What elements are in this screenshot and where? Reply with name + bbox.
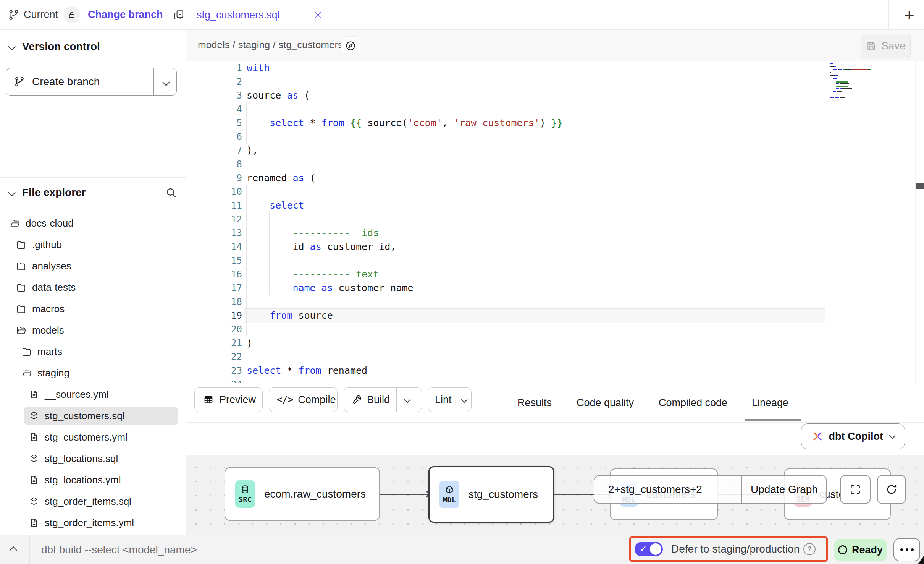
model-icon xyxy=(29,496,39,506)
tree-item-data-tests[interactable]: data-tests xyxy=(0,277,186,298)
refresh-icon xyxy=(885,483,898,496)
copy-icon[interactable] xyxy=(173,9,184,21)
search-icon[interactable] xyxy=(165,186,177,199)
compile-button[interactable]: </> Compile xyxy=(269,387,338,412)
preview-button[interactable]: Preview xyxy=(194,387,263,412)
code-line-23: 23select * from renamed xyxy=(186,364,924,378)
refresh-button[interactable] xyxy=(877,475,906,504)
code-line-8: 8 xyxy=(186,157,924,171)
lineage-selector-input[interactable]: 2+stg_customers+2 xyxy=(594,476,741,503)
tree-item-models[interactable]: models xyxy=(0,319,186,341)
file-icon xyxy=(29,475,39,485)
mouse-cursor xyxy=(918,556,924,564)
help-icon[interactable]: ? xyxy=(803,543,816,555)
code-line-17: 17 name as customer_name xyxy=(186,281,924,295)
code-line-9: 9renamed as ( xyxy=(186,171,924,185)
line-number: 16 xyxy=(186,267,242,281)
file-explorer-header[interactable]: File explorer xyxy=(0,184,186,201)
defer-toggle[interactable]: ✓ xyxy=(635,542,663,556)
line-number: 23 xyxy=(186,364,242,378)
tree-item-macros[interactable]: macros xyxy=(0,298,186,319)
lineage-node-stg-customers[interactable]: MDL stg_customers xyxy=(428,466,554,523)
more-options-button[interactable] xyxy=(893,538,920,561)
tab-lineage[interactable]: Lineage xyxy=(752,383,788,423)
tree-item-stg-order-items-yml[interactable]: stg_order_items.yml xyxy=(0,512,186,533)
tree-item--github[interactable]: .github xyxy=(0,234,186,255)
line-number: 5 xyxy=(186,116,242,130)
change-branch-link[interactable]: Change branch xyxy=(88,9,163,21)
close-icon[interactable] xyxy=(313,10,323,20)
tab-code-quality[interactable]: Code quality xyxy=(577,383,634,423)
editor-tab-bar: stg_customers.sql + xyxy=(186,0,924,30)
code-text: renamed as ( xyxy=(247,171,316,185)
tree-item-stg-customers-yml[interactable]: stg_customers.yml xyxy=(0,426,186,448)
file-tree: docs-cloud.githubanalysesdata-testsmacro… xyxy=(0,212,186,533)
lineage-graph[interactable]: SRC ecom.raw_customers MDL stg_customers… xyxy=(186,455,924,535)
breadcrumb: models / staging / stg_customers.sql xyxy=(198,39,359,51)
tab-compiled-code[interactable]: Compiled code xyxy=(659,383,727,423)
tree-item-stg-customers-sql[interactable]: stg_customers.sql xyxy=(0,405,186,426)
version-control-header[interactable]: Version control xyxy=(0,38,186,55)
tree-item-stg-order-items-sql[interactable]: stg_order_items.sql xyxy=(0,491,186,512)
tree-item-stg-locations-yml[interactable]: stg_locations.yml xyxy=(0,469,186,491)
line-number: 7 xyxy=(186,144,242,157)
source-badge: SRC xyxy=(235,480,255,508)
tree-item-staging[interactable]: staging xyxy=(0,362,186,384)
build-button[interactable]: Build xyxy=(344,387,422,412)
code-line-21: 21) xyxy=(186,336,924,350)
selector-value: 2+stg_customers+2 xyxy=(608,483,702,496)
floppy-disk-icon xyxy=(866,41,877,51)
tree-item-label: stg_locations.yml xyxy=(45,474,121,486)
tab-results[interactable]: Results xyxy=(517,383,552,423)
node-label: stg_customers xyxy=(468,488,538,501)
lint-button[interactable]: Lint xyxy=(428,387,472,412)
tree-item-analyses[interactable]: analyses xyxy=(0,255,186,277)
scrollbar-thumb[interactable] xyxy=(916,183,924,189)
tree-item-stg-locations-sql[interactable]: stg_locations.sql xyxy=(0,448,186,469)
create-branch-button[interactable]: Create branch xyxy=(6,68,177,96)
tree-item-marts[interactable]: marts xyxy=(0,341,186,362)
editor-scrollbar[interactable] xyxy=(915,61,924,383)
line-number: 3 xyxy=(186,89,242,102)
collapse-panel-chevron[interactable] xyxy=(10,546,17,554)
wrench-icon xyxy=(352,394,362,405)
branch-header: Current Change branch xyxy=(0,0,186,30)
lineage-selector-bar: 2+stg_customers+2 Update Graph xyxy=(594,475,827,504)
code-editor[interactable]: 1with23source as (45 select * from {{ so… xyxy=(186,61,924,383)
edge-arrow xyxy=(380,494,428,495)
tab-stg-customers-sql[interactable]: stg_customers.sql xyxy=(186,0,334,30)
code-text: select * from {{ source('ecom', 'raw_cus… xyxy=(247,116,563,130)
line-number: 15 xyxy=(186,254,242,267)
update-graph-button[interactable]: Update Graph xyxy=(742,476,826,503)
dbt-copilot-icon xyxy=(811,430,824,442)
preview-label: Preview xyxy=(219,394,256,406)
lint-dropdown[interactable] xyxy=(457,397,471,402)
save-button[interactable]: Save xyxy=(861,34,911,58)
line-number: 22 xyxy=(186,350,242,364)
build-dropdown[interactable] xyxy=(397,397,418,402)
fullscreen-button[interactable] xyxy=(840,475,871,504)
file-icon xyxy=(29,389,39,399)
chevron-down-icon xyxy=(8,43,16,50)
lineage-node-source[interactable]: SRC ecom.raw_customers xyxy=(225,467,380,521)
code-line-12: 12 xyxy=(186,212,924,226)
line-number: 17 xyxy=(186,281,242,295)
dbt-copilot-button[interactable]: dbt Copilot xyxy=(801,423,905,449)
command-input[interactable]: dbt build --select <model_name> xyxy=(41,544,197,556)
line-number: 4 xyxy=(186,102,242,116)
minimap[interactable] xyxy=(830,63,880,100)
code-line-18: 18 xyxy=(186,295,924,309)
active-tab-indicator xyxy=(745,419,801,421)
defer-toggle-label: Defer to staging/production xyxy=(671,543,800,555)
sidebar: Current Change branch Version control Cr… xyxy=(0,0,186,535)
tree-item-docs-cloud[interactable]: docs-cloud xyxy=(0,212,186,234)
tree-item--sources-yml[interactable]: __sources.yml xyxy=(0,384,186,405)
model-icon xyxy=(29,411,39,421)
dbt-cloud-ide: Current Change branch Version control Cr… xyxy=(0,0,924,564)
compass-icon[interactable] xyxy=(341,36,360,55)
new-tab-button[interactable]: + xyxy=(895,0,924,30)
chevron-down-icon[interactable] xyxy=(162,78,170,86)
breadcrumb-row: models / staging / stg_customers.sql Sav… xyxy=(186,30,924,61)
tab-bar-separator xyxy=(888,0,889,30)
code-line-5: 5 select * from {{ source('ecom', 'raw_c… xyxy=(186,116,924,130)
